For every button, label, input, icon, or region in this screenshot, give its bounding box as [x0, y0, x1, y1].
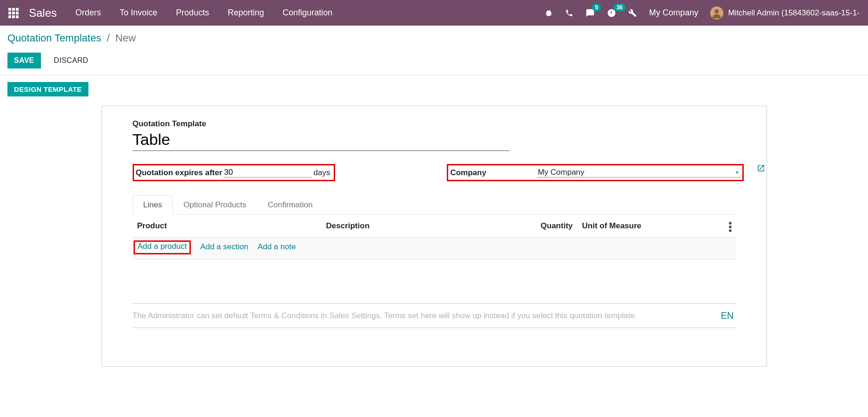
menu-configuration[interactable]: Configuration	[283, 8, 332, 18]
company-value: My Company	[538, 168, 584, 177]
save-button[interactable]: SAVE	[7, 53, 41, 68]
col-product: Product	[135, 221, 326, 232]
language-button[interactable]: EN	[721, 310, 734, 321]
tab-optional-products[interactable]: Optional Products	[173, 195, 257, 215]
design-template-button[interactable]: DESIGN TEMPLATE	[7, 82, 88, 96]
top-navbar: Sales Orders To Invoice Products Reporti…	[0, 0, 868, 26]
svg-point-1	[715, 9, 719, 13]
bug-icon[interactable]	[545, 9, 553, 17]
expires-label: Quotation expires after	[136, 168, 223, 178]
menu-products[interactable]: Products	[176, 8, 209, 18]
name-input[interactable]	[133, 130, 510, 151]
form-sheet: Quotation Template Quotation expires aft…	[101, 106, 767, 367]
form-container: DESIGN TEMPLATE Quotation Template Quota…	[0, 75, 868, 367]
activities-badge: 36	[613, 4, 625, 11]
apps-icon[interactable]	[8, 8, 19, 18]
add-note-link[interactable]: Add a note	[257, 242, 296, 254]
control-panel: Quotation Templates / New SAVE DISCARD	[0, 26, 868, 75]
highlighted-add-product: Add a product	[134, 240, 191, 254]
breadcrumb: Quotation Templates / New	[7, 32, 861, 44]
app-brand[interactable]: Sales	[29, 7, 57, 20]
terms-placeholder[interactable]: The Administrator can set default Terms …	[133, 311, 637, 321]
breadcrumb-parent[interactable]: Quotation Templates	[7, 32, 101, 44]
company-select[interactable]: My Company ▼	[537, 168, 740, 178]
menu-reporting[interactable]: Reporting	[228, 8, 264, 18]
company-label: Company	[450, 168, 537, 178]
highlighted-expires-group: Quotation expires after days	[133, 164, 336, 181]
lines-header: Product Description Quantity Unit of Mea…	[133, 217, 736, 238]
col-uom: Unit of Measure	[573, 221, 652, 232]
expires-suffix: days	[314, 168, 330, 178]
activities-icon[interactable]: 36	[607, 8, 616, 18]
menu-to-invoice[interactable]: To Invoice	[120, 8, 157, 18]
breadcrumb-current: New	[115, 32, 136, 44]
caret-down-icon: ▼	[735, 170, 740, 175]
lines-table: Product Description Quantity Unit of Mea…	[133, 217, 736, 260]
name-label: Quotation Template	[133, 119, 736, 129]
messages-icon[interactable]: 5	[585, 8, 595, 18]
tools-icon[interactable]	[628, 9, 637, 17]
discard-button[interactable]: DISCARD	[49, 53, 93, 68]
kebab-icon[interactable]: •••	[728, 221, 732, 232]
company-selector[interactable]: My Company	[649, 8, 698, 18]
expires-input[interactable]	[223, 168, 312, 178]
highlighted-company-group: Company My Company ▼	[447, 164, 744, 181]
external-link-icon[interactable]	[757, 164, 765, 174]
user-name: Mitchell Admin (15843602-saas-15-1-	[728, 8, 860, 18]
phone-icon[interactable]	[565, 9, 573, 17]
lines-body: Add a product Add a section Add a note	[133, 238, 736, 260]
user-menu[interactable]: Mitchell Admin (15843602-saas-15-1-	[710, 7, 860, 20]
col-quantity: Quantity	[536, 221, 573, 232]
tabs: Lines Optional Products Confirmation	[133, 195, 736, 215]
tab-lines[interactable]: Lines	[133, 195, 173, 215]
col-description: Description	[326, 221, 536, 232]
add-section-link[interactable]: Add a section	[200, 242, 248, 254]
terms-box: The Administrator can set default Terms …	[133, 303, 736, 328]
add-product-link[interactable]: Add a product	[138, 242, 187, 251]
avatar	[710, 7, 723, 20]
tab-confirmation[interactable]: Confirmation	[257, 195, 323, 215]
messages-badge: 5	[592, 4, 601, 11]
main-menu: Orders To Invoice Products Reporting Con…	[75, 8, 332, 18]
menu-orders[interactable]: Orders	[75, 8, 101, 18]
